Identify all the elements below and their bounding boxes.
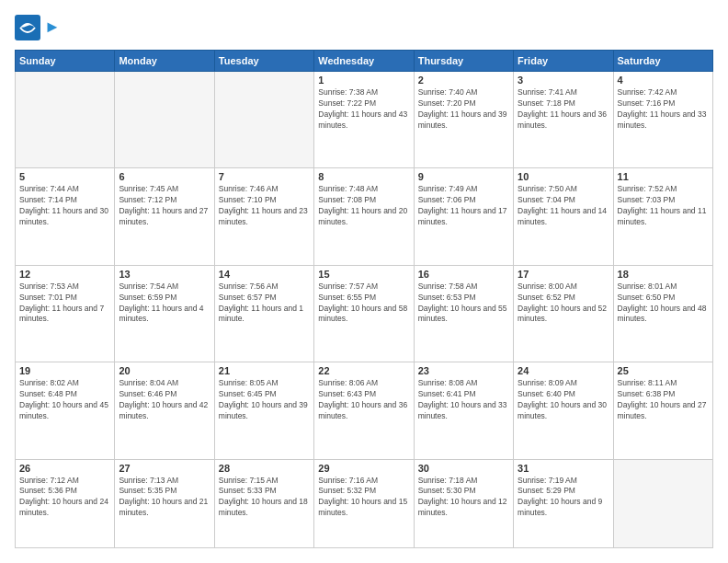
day-info: Sunrise: 8:05 AM Sunset: 6:45 PM Dayligh…	[219, 378, 310, 422]
day-number: 2	[418, 75, 509, 86]
day-number: 1	[318, 75, 409, 86]
day-number: 29	[318, 463, 409, 474]
day-info: Sunrise: 8:02 AM Sunset: 6:48 PM Dayligh…	[19, 378, 110, 422]
logo-text: ►	[44, 18, 61, 37]
calendar-cell	[613, 459, 712, 547]
day-info: Sunrise: 7:49 AM Sunset: 7:06 PM Dayligh…	[418, 184, 509, 228]
day-number: 26	[19, 463, 110, 474]
day-info: Sunrise: 8:00 AM Sunset: 6:52 PM Dayligh…	[518, 282, 609, 326]
calendar-week-row: 19Sunrise: 8:02 AM Sunset: 6:48 PM Dayli…	[16, 362, 713, 459]
day-info: Sunrise: 8:01 AM Sunset: 6:50 PM Dayligh…	[618, 282, 709, 326]
day-info: Sunrise: 7:56 AM Sunset: 6:57 PM Dayligh…	[219, 282, 310, 326]
day-number: 20	[119, 365, 210, 376]
calendar-cell: 14Sunrise: 7:56 AM Sunset: 6:57 PM Dayli…	[214, 265, 313, 362]
svg-rect-0	[15, 15, 40, 40]
day-info: Sunrise: 7:54 AM Sunset: 6:59 PM Dayligh…	[119, 282, 210, 326]
day-info: Sunrise: 7:50 AM Sunset: 7:04 PM Dayligh…	[518, 184, 609, 228]
weekday-header-thursday: Thursday	[414, 51, 513, 72]
day-info: Sunrise: 8:04 AM Sunset: 6:46 PM Dayligh…	[119, 378, 210, 422]
day-number: 17	[518, 269, 609, 280]
day-info: Sunrise: 7:41 AM Sunset: 7:18 PM Dayligh…	[518, 87, 609, 132]
day-number: 14	[219, 269, 310, 280]
day-number: 12	[19, 269, 110, 280]
calendar-cell: 18Sunrise: 8:01 AM Sunset: 6:50 PM Dayli…	[613, 265, 712, 362]
calendar-cell	[115, 72, 214, 168]
calendar-cell: 13Sunrise: 7:54 AM Sunset: 6:59 PM Dayli…	[115, 265, 214, 362]
calendar-cell: 23Sunrise: 8:08 AM Sunset: 6:41 PM Dayli…	[414, 362, 513, 459]
day-number: 6	[119, 171, 210, 182]
calendar-cell: 9Sunrise: 7:49 AM Sunset: 7:06 PM Daylig…	[414, 168, 513, 265]
calendar-cell: 6Sunrise: 7:45 AM Sunset: 7:12 PM Daylig…	[115, 168, 214, 265]
calendar-cell: 1Sunrise: 7:38 AM Sunset: 7:22 PM Daylig…	[314, 72, 414, 168]
logo-accent: ►	[44, 17, 61, 36]
day-number: 24	[518, 365, 609, 376]
day-number: 23	[418, 365, 509, 376]
day-number: 10	[518, 171, 609, 182]
day-number: 13	[119, 269, 210, 280]
calendar-cell: 20Sunrise: 8:04 AM Sunset: 6:46 PM Dayli…	[115, 362, 214, 459]
weekday-header-saturday: Saturday	[613, 51, 712, 72]
day-number: 30	[418, 463, 509, 474]
calendar-cell: 30Sunrise: 7:18 AM Sunset: 5:30 PM Dayli…	[414, 459, 513, 547]
day-info: Sunrise: 8:08 AM Sunset: 6:41 PM Dayligh…	[418, 378, 509, 422]
calendar-cell: 11Sunrise: 7:52 AM Sunset: 7:03 PM Dayli…	[613, 168, 712, 265]
day-info: Sunrise: 7:48 AM Sunset: 7:08 PM Dayligh…	[318, 184, 409, 228]
day-number: 11	[618, 171, 709, 182]
calendar-cell: 27Sunrise: 7:13 AM Sunset: 5:35 PM Dayli…	[115, 459, 214, 547]
day-info: Sunrise: 7:53 AM Sunset: 7:01 PM Dayligh…	[19, 282, 110, 326]
logo: ►	[15, 15, 61, 40]
day-number: 22	[318, 365, 409, 376]
calendar-cell: 26Sunrise: 7:12 AM Sunset: 5:36 PM Dayli…	[16, 459, 115, 547]
calendar-cell: 24Sunrise: 8:09 AM Sunset: 6:40 PM Dayli…	[514, 362, 613, 459]
day-info: Sunrise: 7:12 AM Sunset: 5:36 PM Dayligh…	[19, 476, 110, 520]
calendar-table: SundayMondayTuesdayWednesdayThursdayFrid…	[15, 50, 713, 548]
weekday-header-sunday: Sunday	[16, 51, 115, 72]
header: ►	[15, 15, 713, 40]
calendar-cell: 21Sunrise: 8:05 AM Sunset: 6:45 PM Dayli…	[214, 362, 313, 459]
calendar-week-row: 12Sunrise: 7:53 AM Sunset: 7:01 PM Dayli…	[16, 265, 713, 362]
day-number: 16	[418, 269, 509, 280]
weekday-header-wednesday: Wednesday	[314, 51, 414, 72]
calendar-cell: 10Sunrise: 7:50 AM Sunset: 7:04 PM Dayli…	[514, 168, 613, 265]
calendar-cell: 16Sunrise: 7:58 AM Sunset: 6:53 PM Dayli…	[414, 265, 513, 362]
day-number: 31	[518, 463, 609, 474]
day-info: Sunrise: 7:45 AM Sunset: 7:12 PM Dayligh…	[119, 184, 210, 228]
day-info: Sunrise: 8:06 AM Sunset: 6:43 PM Dayligh…	[318, 378, 409, 422]
calendar-cell: 22Sunrise: 8:06 AM Sunset: 6:43 PM Dayli…	[314, 362, 414, 459]
calendar-cell: 2Sunrise: 7:40 AM Sunset: 7:20 PM Daylig…	[414, 72, 513, 168]
calendar-week-row: 5Sunrise: 7:44 AM Sunset: 7:14 PM Daylig…	[16, 168, 713, 265]
day-info: Sunrise: 7:19 AM Sunset: 5:29 PM Dayligh…	[518, 476, 609, 520]
calendar-cell: 4Sunrise: 7:42 AM Sunset: 7:16 PM Daylig…	[613, 72, 712, 168]
calendar-cell	[16, 72, 115, 168]
day-number: 25	[618, 365, 709, 376]
day-info: Sunrise: 7:18 AM Sunset: 5:30 PM Dayligh…	[418, 476, 509, 520]
weekday-header-friday: Friday	[514, 51, 613, 72]
calendar-cell: 7Sunrise: 7:46 AM Sunset: 7:10 PM Daylig…	[214, 168, 313, 265]
calendar-cell: 17Sunrise: 8:00 AM Sunset: 6:52 PM Dayli…	[514, 265, 613, 362]
day-number: 27	[119, 463, 210, 474]
day-info: Sunrise: 7:46 AM Sunset: 7:10 PM Dayligh…	[219, 184, 310, 228]
calendar-cell: 28Sunrise: 7:15 AM Sunset: 5:33 PM Dayli…	[214, 459, 313, 547]
calendar-cell	[214, 72, 313, 168]
calendar-cell: 8Sunrise: 7:48 AM Sunset: 7:08 PM Daylig…	[314, 168, 414, 265]
day-number: 28	[219, 463, 310, 474]
day-info: Sunrise: 7:15 AM Sunset: 5:33 PM Dayligh…	[219, 476, 310, 520]
day-number: 15	[318, 269, 409, 280]
calendar-cell: 31Sunrise: 7:19 AM Sunset: 5:29 PM Dayli…	[514, 459, 613, 547]
calendar-cell: 29Sunrise: 7:16 AM Sunset: 5:32 PM Dayli…	[314, 459, 414, 547]
day-info: Sunrise: 7:42 AM Sunset: 7:16 PM Dayligh…	[618, 87, 709, 132]
day-number: 5	[19, 171, 110, 182]
day-info: Sunrise: 7:16 AM Sunset: 5:32 PM Dayligh…	[318, 476, 409, 520]
day-info: Sunrise: 8:09 AM Sunset: 6:40 PM Dayligh…	[518, 378, 609, 422]
calendar-week-row: 1Sunrise: 7:38 AM Sunset: 7:22 PM Daylig…	[16, 72, 713, 168]
weekday-header-tuesday: Tuesday	[214, 51, 313, 72]
day-number: 9	[418, 171, 509, 182]
calendar-cell: 19Sunrise: 8:02 AM Sunset: 6:48 PM Dayli…	[16, 362, 115, 459]
day-info: Sunrise: 7:38 AM Sunset: 7:22 PM Dayligh…	[318, 87, 409, 132]
day-info: Sunrise: 7:40 AM Sunset: 7:20 PM Dayligh…	[418, 87, 509, 132]
calendar-cell: 3Sunrise: 7:41 AM Sunset: 7:18 PM Daylig…	[514, 72, 613, 168]
day-number: 8	[318, 171, 409, 182]
day-info: Sunrise: 7:13 AM Sunset: 5:35 PM Dayligh…	[119, 476, 210, 520]
page: ► SundayMondayTuesdayWednesdayThursdayFr…	[0, 0, 728, 563]
day-number: 4	[618, 75, 709, 86]
